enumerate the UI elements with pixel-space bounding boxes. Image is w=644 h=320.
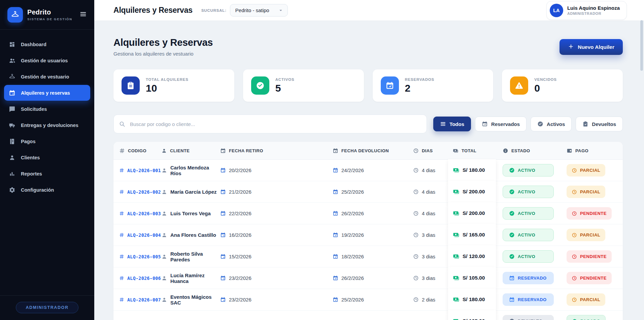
estado-cell: RESERVADO	[503, 293, 567, 306]
sidebar-item-entregas-y-devoluciones[interactable]: Entregas y devoluciones	[4, 117, 90, 133]
table-row[interactable]: ALQ-2026-005Roberto Silva Paredes15/2/20…	[113, 246, 623, 267]
banknote-icon	[453, 210, 460, 217]
sidebar-item-label: Configuración	[21, 187, 54, 193]
table-row[interactable]: ALQ-2026-003Luis Torres Vega22/2/202626/…	[113, 203, 623, 224]
calendar-check-icon	[385, 81, 394, 90]
sidebar-item-clientes[interactable]: Clientes	[4, 150, 90, 165]
clock-icon	[413, 297, 419, 302]
plus-icon	[568, 43, 574, 50]
check-circle-icon	[509, 167, 515, 173]
client-cell: Roberto Silva Paredes	[161, 251, 220, 262]
status-badge: ACTIVO	[503, 186, 554, 198]
table-row[interactable]: ALQ-2026-002María García López21/2/20262…	[113, 181, 623, 203]
pickup-date-cell: 22/2/2026	[220, 211, 333, 216]
filter-button-devueltos[interactable]: Devueltos	[576, 117, 623, 131]
table-row[interactable]: ALQ-2026-006Lucía Ramírez Huanca23/2/202…	[113, 267, 623, 289]
branch-select[interactable]: Pedrito - satipo	[230, 4, 288, 17]
page-subtitle: Gestiona los alquileres de vestuario	[113, 51, 213, 57]
sidebar-item-reportes[interactable]: Reportes	[4, 166, 90, 182]
total-cell: S/ 200.00	[453, 181, 503, 202]
page-header: Alquileres y Reservas Gestiona los alqui…	[113, 37, 623, 57]
client-cell: Lucía Ramírez Huanca	[161, 273, 220, 284]
rental-code[interactable]: ALQ-2026-001	[119, 168, 161, 173]
calendar-icon	[220, 167, 226, 173]
filter-button-todos[interactable]: Todos	[433, 117, 471, 131]
calendar-check-icon	[509, 297, 515, 302]
table-row[interactable]: ALQ-2026-004Ana Flores Castillo16/2/2026…	[113, 224, 623, 246]
plus-icon	[568, 43, 574, 51]
sidebar-item-label: Pagos	[21, 139, 36, 144]
user-menu[interactable]: LA Luis Aquino Espinoza ADMINISTRADOR	[546, 1, 627, 20]
chat-icon	[9, 106, 15, 113]
pago-cell: PENDIENTE	[567, 272, 623, 284]
clock-icon	[413, 148, 419, 154]
hash-icon	[119, 254, 124, 259]
payment-badge: PARCIAL	[567, 164, 605, 177]
client-cell: Ana Flores Castillo	[161, 232, 220, 238]
sidebar-item-configuracion[interactable]: Configuración	[4, 182, 90, 198]
hanger-icon	[9, 73, 15, 80]
toolbar: TodosReservadosActivosDevueltos	[113, 115, 623, 133]
check-circle-icon	[509, 318, 515, 320]
sidebar-item-label: Clientes	[21, 155, 40, 160]
check-circle-icon	[251, 76, 269, 95]
calendar-check-icon	[333, 275, 338, 281]
branch-selector-group: SUCURSAL: Pedrito - satipo	[201, 4, 288, 17]
payment-badge: PAGADO	[567, 315, 606, 320]
rental-code[interactable]: ALQ-2026-002	[119, 189, 161, 195]
column-header-pago: PAGO	[567, 148, 623, 154]
check-circle-icon	[509, 232, 515, 238]
hanger-logo-icon	[7, 7, 23, 23]
rental-code[interactable]: ALQ-2026-005	[119, 254, 161, 259]
estado-cell: ACTIVO	[503, 250, 567, 263]
topbar-title: Alquileres y Reservas	[113, 6, 193, 15]
sidebar-item-label: Solicitudes	[21, 106, 47, 112]
chevron-down-icon	[278, 8, 283, 13]
column-header-fecha-retiro: FECHA RETIRO	[220, 148, 333, 154]
table-row[interactable]: S/ 105.00DEVUELTOPAGADO	[113, 311, 623, 320]
sidebar-item-gestion-de-usuarios[interactable]: Gestión de usuarios	[4, 53, 90, 68]
table-row[interactable]: ALQ-2026-007Eventos Mágicos SAC23/2/2026…	[113, 289, 623, 311]
pago-cell: PARCIAL	[567, 164, 623, 177]
sidebar-item-label: Dashboard	[21, 42, 46, 47]
table-row[interactable]: ALQ-2026-001Carlos Mendoza Ríos20/2/2026…	[113, 160, 623, 181]
estado-cell: ACTIVO	[503, 164, 567, 177]
menu-icon[interactable]	[78, 9, 88, 20]
search-input[interactable]	[113, 115, 427, 133]
column-header-fecha-devolucion: FECHA DEVOLUCION	[333, 148, 413, 154]
column-header-dias: DIAS	[413, 148, 453, 154]
payment-badge: PARCIAL	[567, 229, 605, 241]
days-cell: 3 dias	[413, 275, 453, 281]
stat-value: 5	[275, 83, 295, 94]
calendar-icon	[9, 90, 15, 96]
rental-code[interactable]: ALQ-2026-003	[119, 211, 161, 216]
new-rental-button[interactable]: Nuevo Alquiler	[560, 39, 623, 55]
rental-code[interactable]: ALQ-2026-006	[119, 276, 161, 281]
filter-button-activos[interactable]: Activos	[531, 117, 572, 131]
sidebar-item-pagos[interactable]: Pagos	[4, 133, 90, 149]
page-title: Alquileres y Reservas	[113, 37, 213, 48]
total-cell: S/ 180.00	[453, 289, 503, 310]
sidebar-item-solicitudes[interactable]: Solicitudes	[4, 101, 90, 117]
user-icon	[161, 297, 167, 303]
sidebar-item-gestion-de-vestuario[interactable]: Gestión de vestuario	[4, 69, 90, 85]
client-cell: Eventos Mágicos SAC	[161, 294, 220, 306]
sidebar-item-dashboard[interactable]: Dashboard	[4, 36, 90, 52]
scrollbar-thumb[interactable]	[640, 20, 643, 71]
sidebar-item-alquileres-y-reservas[interactable]: Alquileres y reservas	[4, 85, 90, 101]
user-icon	[161, 211, 167, 217]
brand-header: Pedrito SISTEMA DE GESTIÓN	[0, 0, 94, 30]
banknote-icon	[453, 167, 460, 173]
rental-code[interactable]: ALQ-2026-004	[119, 232, 161, 238]
status-badge: RESERVADO	[503, 272, 554, 284]
calendar-icon	[220, 254, 226, 259]
filter-button-reservados[interactable]: Reservados	[475, 117, 527, 131]
hash-icon	[119, 232, 124, 237]
clock-icon	[413, 254, 419, 259]
hash-icon	[119, 168, 124, 173]
pago-cell: PENDIENTE	[567, 250, 623, 263]
return-date-cell: 19/2/2026	[333, 232, 413, 238]
pago-cell: PARCIAL	[567, 229, 623, 241]
rental-code[interactable]: ALQ-2026-007	[119, 297, 161, 302]
return-date-cell: 26/2/2026	[333, 211, 413, 216]
